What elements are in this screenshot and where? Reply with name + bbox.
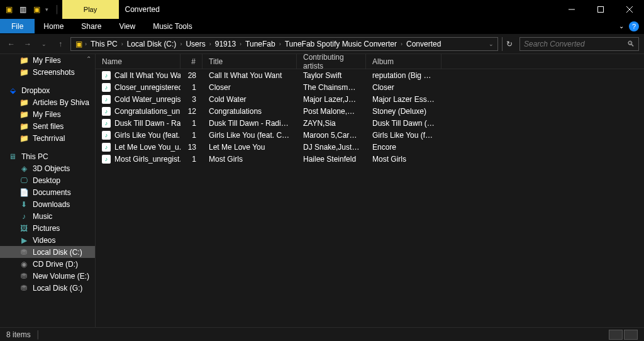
tree-item-label: Local Disk (C:)	[33, 248, 82, 257]
contextual-tab-play[interactable]: Play	[62, 0, 119, 19]
search-box[interactable]: 🔍︎	[519, 37, 639, 51]
tree-item[interactable]: 🖼Pictures	[0, 222, 95, 234]
col-header-artist[interactable]: Contributing artists	[297, 54, 366, 69]
tree-item[interactable]: 📁Articles By Shiva	[0, 96, 95, 108]
tree-item[interactable]: 📄Documents	[0, 186, 95, 198]
table-row[interactable]: ♪Congratulations_un...12CongratulationsP…	[96, 105, 644, 117]
close-button[interactable]	[615, 0, 644, 19]
table-row[interactable]: ♪Closer_unregistered...1CloserThe Chains…	[96, 81, 644, 93]
tree-item-label: CD Drive (D:)	[33, 260, 78, 269]
ribbon-expand-icon[interactable]: ⌄	[619, 23, 624, 30]
table-row[interactable]: ♪Cold Water_unregis...3Cold WaterMajor L…	[96, 93, 644, 105]
breadcrumb-segment[interactable]: TuneFab	[243, 40, 278, 48]
search-input[interactable]	[524, 40, 627, 48]
nav-forward-button[interactable]: →	[21, 38, 34, 50]
music-file-icon: ♪	[102, 83, 111, 92]
qat-dropdown-icon[interactable]: ▾	[45, 6, 48, 13]
ribbon-tabs: File Home Share View Music Tools ⌄ ?	[0, 19, 644, 34]
chevron-right-icon[interactable]: ›	[179, 41, 183, 47]
file-title: Cold Water	[203, 95, 297, 104]
file-album: reputation (Big Mach...	[366, 71, 441, 80]
tree-item[interactable]: 📁My Files	[0, 54, 95, 66]
tree-item[interactable]: ▶Videos	[0, 234, 95, 246]
col-header-name[interactable]: Name	[96, 54, 180, 69]
breadcrumb-segment[interactable]: Users	[183, 40, 208, 48]
tree-item[interactable]: ⛃Local Disk (C:)	[0, 246, 95, 258]
ribbon-tab-music-tools[interactable]: Music Tools	[144, 19, 201, 33]
help-icon[interactable]: ?	[629, 21, 639, 31]
tree-collapse-icon[interactable]: ⌃	[86, 55, 91, 62]
search-icon[interactable]: 🔍︎	[627, 40, 635, 48]
breadcrumb-segment[interactable]: Converted	[404, 40, 443, 48]
ribbon-tab-file[interactable]: File	[0, 19, 35, 33]
chevron-right-icon[interactable]: ›	[84, 41, 88, 47]
tree-item[interactable]: ♪Music	[0, 210, 95, 222]
qat-icon-1[interactable]: ▥	[18, 5, 28, 14]
ribbon-tab-view[interactable]: View	[110, 19, 144, 33]
nav-tree[interactable]: ⌃ 📁My Files📁Screenshots⬙Dropbox📁Articles…	[0, 54, 96, 327]
statusbar: 8 items │	[0, 327, 644, 341]
file-artist: DJ Snake,Justin Bi...	[297, 143, 366, 152]
tree-item-label: Downloads	[33, 200, 70, 209]
qat-icon-2[interactable]: ▣	[31, 5, 42, 14]
tree-item[interactable]: ⛃New Volume (E:)	[0, 270, 95, 282]
divider: │	[36, 330, 41, 339]
tree-item[interactable]: 📁My Files	[0, 108, 95, 120]
table-row[interactable]: ♪Dusk Till Dawn - Ra...1Dusk Till Dawn -…	[96, 117, 644, 129]
ribbon-tab-home[interactable]: Home	[35, 19, 72, 33]
chevron-right-icon[interactable]: ›	[399, 41, 404, 47]
tree-item[interactable]: ⬙Dropbox	[0, 84, 95, 96]
tree-item-label: New Volume (E:)	[33, 272, 89, 281]
tree-item[interactable]: 📁Screenshots	[0, 66, 95, 78]
col-header-num[interactable]: #	[180, 54, 203, 69]
ribbon-tab-share[interactable]: Share	[72, 19, 110, 33]
breadcrumb-segment[interactable]: This PC	[88, 40, 120, 48]
breadcrumb[interactable]: ▣ › This PC›Local Disk (C:)›Users›91913›…	[70, 37, 498, 51]
maximize-button[interactable]	[586, 0, 615, 19]
music-file-icon: ♪	[102, 131, 111, 140]
breadcrumb-segment[interactable]: TuneFab Spotify Music Converter	[282, 40, 399, 48]
chevron-right-icon[interactable]: ›	[208, 41, 213, 47]
breadcrumb-segment[interactable]: 91913	[213, 40, 238, 48]
tree-item[interactable]: 📁Sent files	[0, 120, 95, 132]
breadcrumb-dropdown-icon[interactable]: ⌄	[489, 41, 494, 47]
refresh-button[interactable]: ↻	[502, 37, 516, 51]
view-icons-button[interactable]	[624, 330, 638, 340]
tree-item-label: Videos	[33, 236, 55, 245]
file-tracknum: 1	[180, 119, 203, 128]
file-name: Closer_unregistered...	[114, 83, 180, 92]
nav-back-button[interactable]: ←	[5, 38, 18, 50]
file-tracknum: 1	[180, 131, 203, 140]
table-row[interactable]: ♪Girls Like You (feat. ...1Girls Like Yo…	[96, 129, 644, 141]
tree-item[interactable]: ⛃Local Disk (G:)	[0, 282, 95, 294]
tree-item-label: 3D Objects	[33, 164, 70, 173]
breadcrumb-segment[interactable]: Local Disk (C:)	[125, 40, 179, 48]
table-row[interactable]: ♪Call It What You Wa...28Call It What Yo…	[96, 69, 644, 81]
nav-up-button[interactable]: ↑	[54, 38, 67, 50]
chevron-right-icon[interactable]: ›	[120, 41, 125, 47]
col-header-album[interactable]: Album	[366, 54, 441, 69]
tree-item[interactable]: 📁Techrrival	[0, 132, 95, 144]
file-title: Congratulations	[203, 107, 297, 116]
minimize-button[interactable]	[557, 0, 586, 19]
tree-item-label: My Files	[33, 110, 61, 119]
tree-item[interactable]: ◉CD Drive (D:)	[0, 258, 95, 270]
table-row[interactable]: ♪Most Girls_unregist...1Most GirlsHailee…	[96, 153, 644, 165]
file-artist: The Chainsmokers...	[297, 83, 366, 92]
tree-item[interactable]: 🖥This PC	[0, 150, 95, 162]
tree-item[interactable]: ◈3D Objects	[0, 162, 95, 174]
tree-item-label: Dropbox	[21, 86, 50, 95]
file-album: Stoney (Deluxe)	[366, 107, 441, 116]
chevron-right-icon[interactable]: ›	[238, 41, 243, 47]
col-header-title[interactable]: Title	[203, 54, 297, 69]
tree-item[interactable]: 🖵Desktop	[0, 174, 95, 186]
table-row[interactable]: ♪Let Me Love You_u...13Let Me Love YouDJ…	[96, 141, 644, 153]
file-name: Cold Water_unregis...	[114, 95, 180, 104]
file-album: Encore	[366, 143, 441, 152]
chevron-right-icon[interactable]: ›	[278, 41, 282, 47]
view-details-button[interactable]	[609, 330, 623, 340]
nav-recent-icon[interactable]: ⌄	[38, 38, 50, 50]
file-title: Dusk Till Dawn - Radio Edit	[203, 119, 297, 128]
file-name: Girls Like You (feat. ...	[114, 131, 180, 140]
tree-item[interactable]: ⬇Downloads	[0, 198, 95, 210]
